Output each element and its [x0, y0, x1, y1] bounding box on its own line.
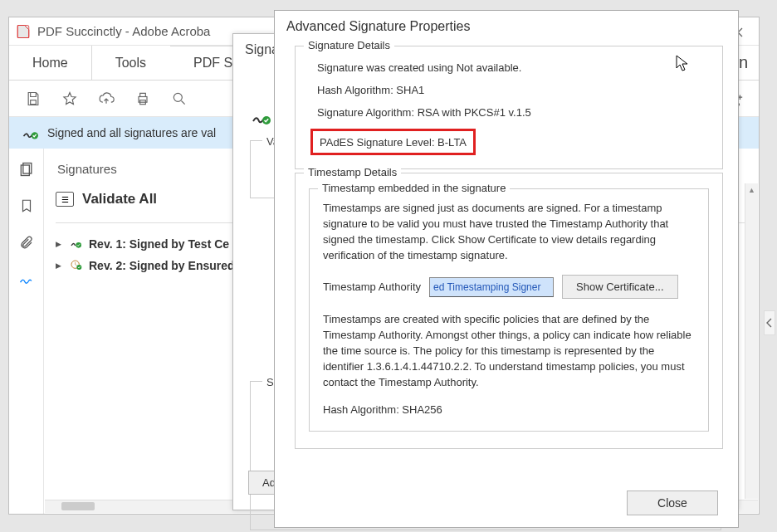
- timestamp-authority-label: Timestamp Authority: [323, 281, 421, 293]
- attachment-icon[interactable]: [14, 230, 39, 255]
- pades-level-highlight: PAdES Signature Level: B-LTA: [310, 129, 476, 155]
- timestamp-authority-value: ed Timestamping Signer: [429, 277, 554, 297]
- signature-valid-icon: [250, 107, 271, 127]
- close-button[interactable]: Close: [627, 491, 718, 515]
- pdf-icon: [16, 24, 31, 39]
- window-title: PDF Succinctly - Adobe Acroba: [37, 24, 210, 38]
- revision-2-label: Rev. 2: Signed by Ensured: [89, 259, 235, 272]
- timestamp-details-group: Timestamp Details Timestamp embedded in …: [295, 173, 723, 449]
- svg-rect-1: [31, 100, 37, 104]
- left-rail: [9, 149, 44, 514]
- revision-1-label: Rev. 1: Signed by Test Ce: [89, 237, 229, 251]
- validate-all-button[interactable]: Validate All: [82, 191, 157, 207]
- timestamp-hash-algorithm: Hash Algorithm: SHA256: [323, 403, 695, 418]
- print-icon[interactable]: [129, 85, 157, 113]
- cloud-upload-icon[interactable]: [92, 85, 120, 113]
- chevron-right-icon: ▶: [56, 261, 64, 270]
- star-icon[interactable]: [56, 85, 84, 113]
- timestamp-explanation-2: Timestamps are created with specific pol…: [323, 312, 695, 390]
- bookmark-icon[interactable]: [14, 193, 39, 218]
- signature-details-legend: Signature Details: [304, 39, 394, 51]
- signature-created-using: Signature was created using Not availabl…: [317, 61, 709, 74]
- search-icon[interactable]: [165, 85, 193, 113]
- scrollbar-horizontal[interactable]: [61, 502, 95, 510]
- signatures-rail-icon[interactable]: [14, 266, 39, 291]
- scroll-up-icon[interactable]: ▲: [745, 183, 758, 197]
- svg-rect-0: [17, 25, 29, 37]
- signature-details-group: Signature Details Signature was created …: [295, 46, 723, 169]
- signature-algorithm: Signature Algorithm: RSA with PKCS#1 v.1…: [317, 106, 709, 119]
- tab-home[interactable]: Home: [9, 46, 92, 80]
- hash-algorithm: Hash Algorithm: SHA1: [317, 84, 709, 96]
- pages-icon[interactable]: [14, 157, 39, 182]
- timestamp-details-legend: Timestamp Details: [304, 166, 401, 178]
- banner-text: Signed and all signatures are val: [47, 126, 216, 139]
- timestamp-embedded-legend: Timestamp embedded in the signature: [318, 182, 510, 194]
- chevron-right-icon: ▶: [56, 240, 64, 248]
- advanced-signature-properties-dialog: Advanced Signature Properties Signature …: [274, 10, 739, 528]
- panel-collapse-icon[interactable]: [764, 310, 775, 335]
- validate-list-icon: ☰: [56, 192, 74, 207]
- svg-point-4: [173, 93, 182, 101]
- save-icon[interactable]: [19, 85, 47, 113]
- tab-tools[interactable]: Tools: [92, 46, 170, 80]
- cursor-icon: [676, 55, 691, 73]
- show-certificate-button[interactable]: Show Certificate...: [562, 275, 678, 299]
- timestamp-explanation-1: Timestamps are signed just as documents …: [323, 201, 695, 263]
- signature-valid-icon: [69, 237, 84, 251]
- timestamp-icon: [69, 259, 84, 272]
- timestamp-embedded-group: Timestamp embedded in the signature Time…: [309, 188, 709, 432]
- dialog-title: Advanced Signature Properties: [275, 11, 738, 42]
- signature-valid-icon: [21, 124, 39, 141]
- pades-level: PAdES Signature Level: B-LTA: [320, 136, 467, 149]
